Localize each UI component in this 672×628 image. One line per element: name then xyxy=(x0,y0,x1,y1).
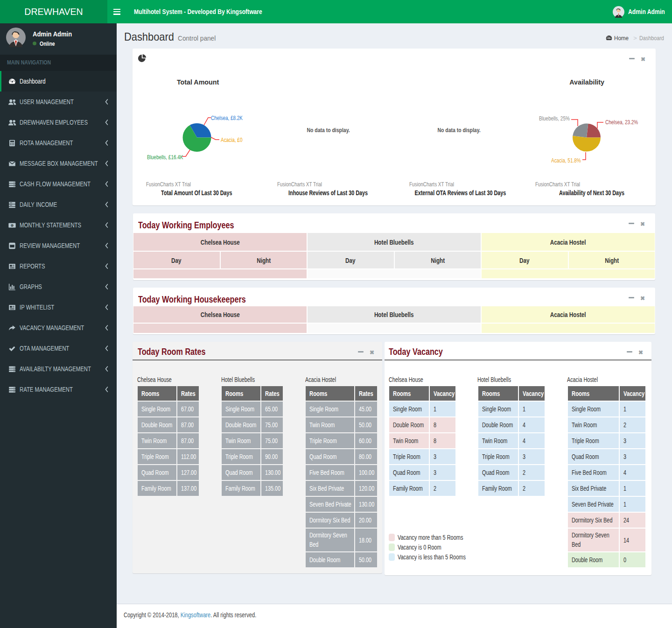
svg-text:£: £ xyxy=(12,224,13,226)
